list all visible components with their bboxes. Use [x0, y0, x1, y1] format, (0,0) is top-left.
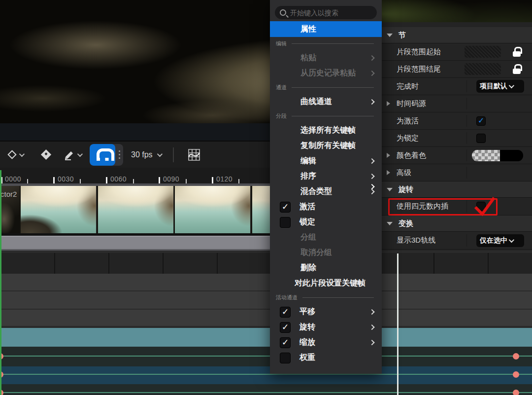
auto-key-diamond-icon: [41, 149, 51, 160]
category-rotation[interactable]: 旋转: [382, 181, 532, 198]
checkbox-checked-icon[interactable]: [280, 337, 291, 348]
track-band-dark: [0, 347, 532, 366]
row-color-tint: 颜色着色: [382, 147, 532, 164]
curve-line: [0, 356, 532, 357]
row-is-active: 为激活: [382, 112, 532, 130]
track-grid-band: [0, 253, 532, 274]
menu-item-curve-channels[interactable]: 曲线通道: [270, 94, 382, 109]
row-range-start: 片段范围起始: [382, 43, 532, 61]
expand-arrow-icon[interactable]: [387, 153, 390, 158]
menu-item-delete[interactable]: 删除: [270, 260, 382, 276]
keyframe-diamond-icon: [7, 150, 16, 159]
track-gray-band: [0, 274, 532, 328]
curve-line: [0, 374, 532, 375]
expand-arrow-icon[interactable]: [387, 170, 390, 175]
menu-item-select-all-keyframes[interactable]: 选择所有关键帧: [270, 123, 382, 138]
menu-item-paste-from-history[interactable]: 从历史记录粘贴: [270, 66, 382, 81]
menu-item-group[interactable]: 分组: [270, 230, 382, 245]
chevron-down-icon: [19, 151, 25, 156]
menu-item-edit[interactable]: 编辑: [270, 153, 382, 169]
collapse-arrow-icon: [387, 188, 393, 191]
keyframe-options-button[interactable]: [4, 147, 27, 162]
menu-section-edit: 编辑: [270, 37, 382, 50]
menu-item-weight[interactable]: 权重: [270, 350, 382, 365]
track-band-blue: [0, 366, 532, 384]
playhead[interactable]: [397, 253, 399, 395]
row-when-finished: 完成时 项目默认: [382, 78, 532, 95]
ruler-tick-0030: 0030: [58, 175, 74, 183]
magnet-icon: [97, 148, 108, 161]
menu-item-copy-all-keyframes[interactable]: 复制所有关键帧: [270, 138, 382, 153]
submenu-arrow-icon: [369, 70, 374, 75]
lock-icon[interactable]: [513, 64, 521, 74]
category-section[interactable]: 节: [382, 27, 532, 43]
range-end-input[interactable]: [465, 63, 501, 75]
color-swatch[interactable]: [472, 150, 523, 161]
search-input[interactable]: [290, 9, 372, 17]
curve-editor-button[interactable]: [184, 145, 204, 165]
sequencer-toolbar: 30 fps: [0, 141, 270, 168]
menu-item-order[interactable]: 排序: [270, 169, 382, 184]
menu-item-rotation[interactable]: 旋转: [270, 320, 382, 335]
keyframe-dot[interactable]: [513, 353, 519, 359]
checkbox-checked-icon[interactable]: [280, 202, 291, 213]
horizontal-scrollbar[interactable]: [0, 236, 270, 251]
row-advanced[interactable]: 高级: [382, 164, 532, 181]
submenu-arrow-icon: [369, 173, 374, 179]
menu-section-channels: 通道: [270, 81, 382, 94]
ruler-tick-0000: 0000: [5, 175, 21, 183]
menu-item-ungroup[interactable]: 取消分组: [270, 245, 382, 260]
clip-thumbnail: [251, 186, 270, 233]
toolbar-separator: [173, 147, 174, 162]
range-start-input[interactable]: [465, 46, 501, 58]
snap-group: [90, 144, 123, 166]
show-3d-trajectory-dropdown[interactable]: 仅在选中: [476, 234, 524, 247]
submenu-arrow-icon: [369, 158, 374, 163]
menu-item-active[interactable]: 激活: [270, 199, 382, 215]
auto-key-button[interactable]: [37, 146, 55, 163]
row-range-end: 片段范围结尾: [382, 61, 532, 78]
menu-item-translation[interactable]: 平移: [270, 304, 382, 320]
filmstrip-track[interactable]: ctor2: [0, 186, 270, 233]
lock-icon[interactable]: [513, 47, 521, 57]
submenu-arrow-icon: [369, 55, 374, 60]
menu-item-paste[interactable]: 粘贴: [270, 50, 382, 66]
curve-editor-icon: [187, 148, 201, 162]
expand-arrow-icon[interactable]: [387, 101, 390, 106]
edit-options-button[interactable]: [60, 146, 85, 163]
menu-item-locked[interactable]: 锁定: [270, 215, 382, 230]
pen-icon: [63, 149, 75, 160]
menu-item-properties[interactable]: 属性: [270, 21, 382, 37]
ruler-tick-0120: 0120: [216, 175, 233, 183]
checkbox-unchecked-icon[interactable]: [280, 217, 291, 228]
submenu-arrow-icon: [369, 99, 374, 104]
chevron-down-icon: [77, 151, 83, 156]
checkbox-unchecked-icon[interactable]: [280, 353, 291, 363]
sequencer-window: 30 fps 0000 0030 0060 0090 0120 cto: [0, 0, 532, 395]
row-show-3d-trajectory: 显示3D轨线 仅在选中: [382, 232, 532, 250]
menu-item-scale[interactable]: 缩放: [270, 335, 382, 350]
chevron-down-icon: [509, 237, 514, 242]
checkbox-checked-icon[interactable]: [280, 307, 291, 318]
menu-item-blend-type[interactable]: 混合类型: [270, 184, 382, 199]
is-locked-checkbox[interactable]: [476, 134, 486, 143]
timeline-ruler[interactable]: 0000 0030 0060 0090 0120: [0, 168, 270, 186]
snap-options-button[interactable]: [115, 144, 123, 166]
keyframe-dot[interactable]: [513, 390, 519, 395]
playback-start-marker[interactable]: [0, 170, 1, 395]
is-active-checkbox[interactable]: [476, 116, 486, 126]
category-transform[interactable]: 变换: [382, 215, 532, 232]
frame-rate-dropdown[interactable]: 30 fps: [131, 150, 161, 159]
collapse-arrow-icon: [387, 222, 393, 225]
snap-toggle-button[interactable]: [90, 144, 115, 166]
row-timecode-source[interactable]: 时间码源: [382, 95, 532, 112]
search-icon: [280, 9, 286, 16]
menu-search-box[interactable]: [275, 6, 377, 19]
keyframe-dot[interactable]: [513, 371, 519, 378]
when-finished-dropdown[interactable]: 项目默认: [476, 80, 524, 93]
clip-head: ctor2: [0, 186, 20, 233]
chevron-down-icon: [509, 83, 514, 88]
checkbox-checked-icon[interactable]: [280, 322, 291, 333]
menu-section-active-channels: 活动通道: [270, 291, 382, 304]
menu-item-key-this-section[interactable]: 对此片段设置关键帧: [270, 276, 382, 291]
